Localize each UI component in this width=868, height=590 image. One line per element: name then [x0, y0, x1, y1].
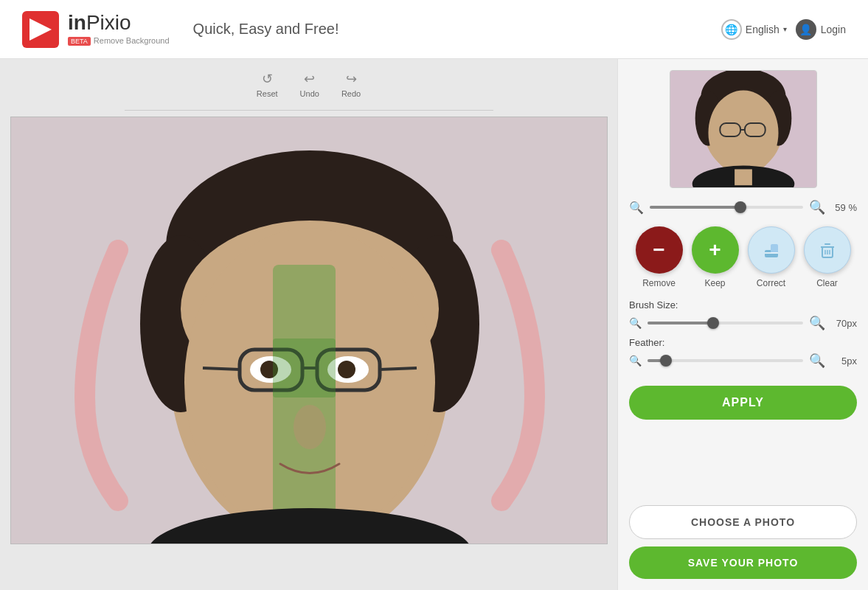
zoom-slider-thumb[interactable] — [735, 201, 746, 213]
svg-line-14 — [380, 368, 417, 369]
logo-icon — [22, 11, 59, 48]
language-selector[interactable]: 🌐 English ▾ — [721, 19, 787, 40]
zoom-control: 🔍 🔍 59 % — [629, 199, 857, 215]
feather-increase-icon[interactable]: 🔍 — [809, 353, 825, 369]
toolbar: ↺ Reset ↩ Undo ↪ Redo — [242, 66, 375, 103]
thumbnail-box — [670, 70, 817, 188]
reset-button[interactable]: ↺ Reset — [257, 71, 278, 98]
svg-point-19 — [294, 405, 326, 449]
brush-size-decrease-icon[interactable]: 🔍 — [629, 317, 642, 329]
logo-name: inPixio — [68, 13, 170, 33]
zoom-out-icon[interactable]: 🔍 — [629, 201, 644, 215]
clear-tool[interactable]: Clear — [804, 226, 851, 288]
logo-in: in — [68, 11, 86, 34]
zoom-value: 59 % — [831, 202, 857, 213]
header: inPixio BETARemove Background Quick, Eas… — [0, 0, 868, 59]
zoom-in-icon[interactable]: 🔍 — [809, 199, 825, 215]
remove-tool-label: Remove — [642, 278, 676, 288]
user-icon: 👤 — [796, 19, 816, 40]
feather-decrease-icon[interactable]: 🔍 — [629, 355, 642, 367]
header-right: 🌐 English ▾ 👤 Login — [721, 19, 846, 40]
login-label: Login — [821, 24, 846, 35]
chevron-down-icon: ▾ — [783, 25, 787, 33]
redo-label: Redo — [341, 89, 361, 98]
brush-section: Brush Size: 🔍 🔍 70px Feather: 🔍 🔍 5px — [629, 299, 857, 375]
correct-tool-label: Correct — [757, 278, 785, 288]
brush-size-row: 🔍 🔍 70px — [629, 315, 857, 331]
brush-size-slider-thumb[interactable] — [707, 317, 719, 329]
logo-area: inPixio BETARemove Background Quick, Eas… — [22, 11, 338, 48]
choose-photo-button[interactable]: CHOOSE A PHOTO — [629, 505, 857, 539]
zoom-slider-fill — [650, 206, 740, 209]
feather-row: 🔍 🔍 5px — [629, 353, 857, 369]
undo-icon: ↩ — [304, 71, 315, 87]
save-photo-button[interactable]: SAVE YOUR PHOTO — [629, 546, 857, 579]
reset-icon: ↺ — [262, 71, 273, 87]
keep-tool[interactable]: + Keep — [692, 226, 739, 288]
brush-size-increase-icon[interactable]: 🔍 — [809, 315, 825, 331]
redo-icon: ↪ — [346, 71, 357, 87]
tool-buttons: − Remove + Keep Correct — [629, 226, 857, 288]
feather-value: 5px — [831, 355, 857, 367]
clear-tool-circle[interactable] — [804, 226, 851, 274]
correct-tool[interactable]: Correct — [748, 226, 795, 288]
zoom-slider-track[interactable] — [650, 206, 803, 209]
remove-tool[interactable]: − Remove — [636, 226, 683, 288]
svg-rect-22 — [273, 339, 336, 398]
svg-point-18 — [338, 361, 355, 378]
undo-button[interactable]: ↩ Undo — [300, 71, 319, 98]
photo-svg — [11, 117, 608, 544]
logo-beta-badge: BETA — [68, 37, 91, 46]
redo-button[interactable]: ↪ Redo — [341, 71, 361, 98]
thumbnail-svg — [670, 71, 816, 187]
bottom-buttons: CHOOSE A PHOTO SAVE YOUR PHOTO — [629, 505, 857, 579]
remove-tool-circle[interactable]: − — [636, 226, 683, 274]
logo-text: inPixio BETARemove Background — [68, 13, 170, 46]
apply-button[interactable]: APPLY — [629, 386, 857, 420]
clear-tool-label: Clear — [816, 278, 838, 288]
undo-label: Undo — [300, 89, 319, 98]
brush-size-slider-track[interactable] — [647, 322, 803, 324]
svg-point-29 — [708, 91, 778, 176]
keep-tool-circle[interactable]: + — [692, 226, 739, 274]
header-tagline: Quick, Easy and Free! — [193, 21, 339, 38]
eraser-icon — [761, 240, 782, 260]
logo-pixio: Pixio — [86, 11, 131, 34]
svg-rect-36 — [771, 244, 778, 253]
thumbnail-image — [670, 71, 816, 187]
photo-canvas[interactable] — [10, 117, 608, 544]
canvas-area: ↺ Reset ↩ Undo ↪ Redo — [0, 59, 617, 590]
brush-size-value: 70px — [831, 318, 857, 329]
svg-line-13 — [203, 368, 240, 369]
logo-sub-text: Remove Background — [94, 36, 170, 45]
feather-slider-track[interactable] — [647, 359, 803, 362]
right-panel: 🔍 🔍 59 % − Remove + Keep — [617, 59, 868, 590]
trash-icon — [817, 240, 838, 260]
correct-tool-circle[interactable] — [748, 226, 795, 274]
brush-size-label: Brush Size: — [629, 299, 857, 310]
login-button[interactable]: 👤 Login — [796, 19, 846, 40]
feather-label: Feather: — [629, 337, 857, 348]
toolbar-divider — [125, 110, 493, 111]
svg-rect-34 — [735, 169, 752, 185]
keep-tool-label: Keep — [704, 278, 725, 288]
main-layout: ↺ Reset ↩ Undo ↪ Redo — [0, 59, 868, 590]
logo-sub-line: BETARemove Background — [68, 33, 170, 46]
reset-label: Reset — [257, 89, 278, 98]
language-label: English — [746, 24, 780, 35]
feather-slider-thumb[interactable] — [660, 355, 672, 367]
brush-size-slider-fill — [647, 322, 713, 324]
globe-icon: 🌐 — [721, 19, 742, 40]
